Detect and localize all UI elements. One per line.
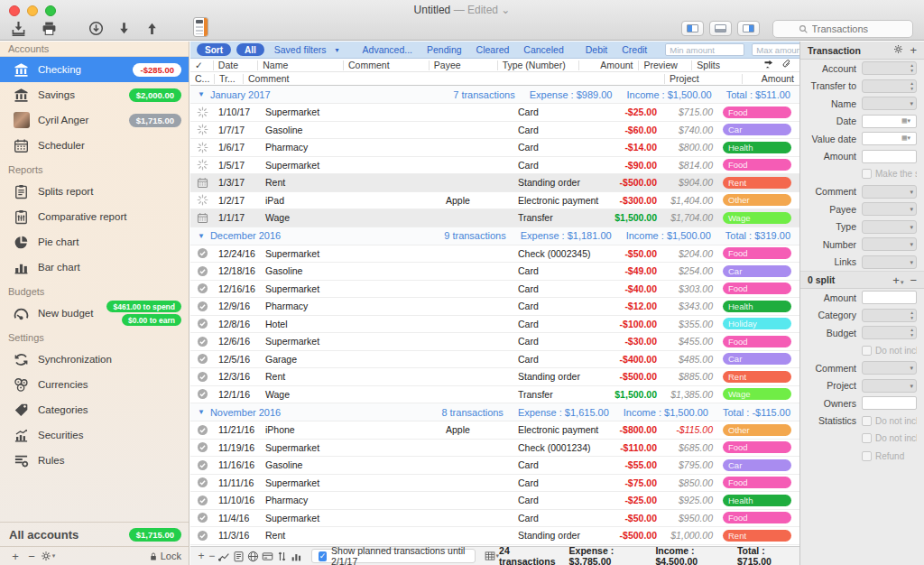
transaction-row[interactable]: 1/7/17GasolineCard-$60.00$740.00Car	[190, 122, 799, 140]
sidebar-item-cyril-anger[interactable]: Cyril Anger$1,715.00	[0, 107, 189, 133]
bar-chart-icon[interactable]	[290, 551, 304, 562]
calculator-app-icon[interactable]	[193, 17, 208, 37]
print-icon[interactable]	[40, 19, 58, 37]
transaction-row[interactable]: 11/10/16PharmacyCard-$25.00$925.00Health	[190, 492, 799, 510]
sidebar-item-comparative-report[interactable]: Comparative report	[0, 204, 189, 229]
transaction-row[interactable]: 11/3/16RentStanding order-$500.00$1,000.…	[190, 527, 799, 545]
disclosure-triangle-icon[interactable]: ▼	[198, 90, 205, 98]
sidebar-item-rules[interactable]: Rules	[0, 448, 189, 473]
column-header-tr[interactable]: Tr...	[214, 74, 243, 84]
toggle-sidebar-button[interactable]	[681, 21, 704, 36]
transaction-row[interactable]: 1/5/17SupermarketCard-$90.00$814.00Food	[190, 157, 799, 175]
transaction-row[interactable]: 12/1/16WageTransfer$1,500.00$1,385.00Wag…	[190, 386, 799, 404]
toggle-bottom-panel-button[interactable]	[709, 21, 732, 36]
transaction-row[interactable]: 12/8/16HotelCard-$100.00$355.00Holiday	[190, 316, 799, 334]
transaction-field-transfer-to[interactable]: ▴▾	[862, 79, 917, 93]
transaction-row[interactable]: 12/24/16SupermarketCheck (0002345)-$50.0…	[190, 245, 799, 264]
split-do-not-include-w[interactable]: Do not include w...	[862, 433, 917, 443]
min-amount-input[interactable]	[665, 43, 744, 56]
transaction-row[interactable]: 11/21/16iPhoneAppleElectronic payment-$8…	[190, 421, 799, 440]
sidebar-item-scheduler[interactable]: Scheduler	[0, 133, 189, 158]
column-header-amount[interactable]: Amount	[578, 60, 639, 70]
transaction-field-type[interactable]: ▾	[862, 220, 917, 234]
transaction-row[interactable]: 11/11/16SupermarketCard-$75.00$850.00Foo…	[190, 475, 799, 493]
lock-button[interactable]: Lock	[149, 551, 181, 561]
search-field[interactable]	[772, 20, 913, 38]
filter-credit-button[interactable]: Credit	[622, 44, 647, 55]
sort-button[interactable]: Sort	[197, 43, 231, 56]
transaction-row[interactable]: 11/16/16GasolineCard-$55.00$795.00Car	[190, 457, 799, 475]
transaction-row[interactable]: 1/10/17SupermarketCard-$25.00$715.00Food	[190, 104, 799, 122]
filter-debit-button[interactable]: Debit	[586, 44, 608, 55]
column-header-comment[interactable]: Comment	[243, 74, 664, 84]
line-chart-icon[interactable]	[217, 551, 232, 562]
transaction-field-links[interactable]: ▾	[862, 255, 917, 269]
column-header-project[interactable]: Project	[664, 74, 742, 84]
gear-icon[interactable]: ▾	[40, 551, 56, 561]
chevron-down-icon[interactable]: ▾	[336, 46, 339, 54]
column-header-type-number[interactable]: Type (Number)	[497, 60, 578, 70]
sidebar-item-synchronization[interactable]: Synchronization	[0, 347, 189, 372]
column-header-date[interactable]: Date	[213, 60, 257, 70]
transaction-row[interactable]: 1/2/17iPadAppleElectronic payment-$300.0…	[190, 192, 799, 210]
transaction-row[interactable]: 12/18/16GasolineCard-$49.00$254.00Car	[190, 263, 799, 281]
search-input[interactable]	[812, 23, 888, 34]
remove-account-button[interactable]: −	[23, 550, 40, 563]
toggle-inspector-button[interactable]	[737, 21, 760, 36]
transaction-make-the-sum-of[interactable]: Make the sum of...	[862, 169, 917, 179]
add-account-button[interactable]: +	[7, 550, 23, 563]
show-planned-checkbox[interactable]: ✓ Show planned transactions until 2/1/17	[311, 549, 476, 563]
transaction-field-value-date[interactable]: ▦▾	[862, 132, 917, 145]
disclosure-triangle-icon[interactable]: ▼	[198, 408, 205, 416]
split-field-project[interactable]: ▾	[862, 379, 917, 393]
split-field-category[interactable]: ▴▾	[862, 309, 917, 322]
split-refund[interactable]: Refund	[862, 451, 917, 461]
column-header-amount[interactable]: Amount	[742, 74, 799, 84]
globe-icon[interactable]	[246, 551, 261, 562]
group-header-december-2016[interactable]: ▼December 20169 transactionsExpense : $1…	[190, 227, 799, 245]
column-header-c[interactable]: C...	[190, 74, 214, 84]
transaction-field-payee[interactable]: ▾	[862, 202, 917, 216]
column-header-preview[interactable]: Preview	[638, 60, 691, 70]
sidebar-item-bar-chart[interactable]: Bar chart	[0, 255, 189, 280]
filter-canceled-button[interactable]: Canceled	[523, 44, 563, 55]
transaction-field-comment[interactable]: ▾	[862, 185, 917, 199]
filter-pending-button[interactable]: Pending	[427, 44, 462, 55]
advanced-filter-button[interactable]: Advanced...	[363, 44, 412, 55]
sidebar-item-splits-report[interactable]: Splits report	[0, 179, 189, 204]
column-header-[interactable]: ✓	[190, 60, 213, 70]
add-transaction-panel-button[interactable]: +	[910, 43, 917, 57]
split-field-owners[interactable]	[862, 396, 917, 410]
sidebar-item-checking[interactable]: Checking-$285.00	[0, 57, 189, 82]
split-field-budget[interactable]: ▴▾	[862, 326, 917, 339]
transaction-row[interactable]: 1/1/17WageTransfer$1,500.00$1,704.00Wage	[190, 209, 799, 227]
sidebar-item-currencies[interactable]: Currencies	[0, 372, 189, 397]
report-icon[interactable]	[232, 551, 246, 562]
filter-cleared-button[interactable]: Cleared	[476, 44, 510, 55]
transaction-row[interactable]: 12/16/16SupermarketCard-$40.00$303.00Foo…	[190, 281, 799, 299]
split-do-not-include-in[interactable]: Do not include in...	[862, 346, 917, 356]
add-transaction-button[interactable]: +	[196, 550, 207, 562]
all-accounts-row[interactable]: All accounts $1,715.00	[0, 522, 189, 546]
transaction-row[interactable]: 12/3/16RentStanding order-$500.00$885.00…	[190, 368, 799, 386]
transaction-row[interactable]: 12/9/16PharmacyCard-$12.00$343.00Health	[190, 298, 799, 316]
split-field-comment[interactable]: ▾	[862, 361, 917, 375]
transaction-row[interactable]: 1/3/17RentStanding order-$500.00$904.00R…	[190, 174, 799, 192]
transaction-row[interactable]: 11/19/16SupermarketCheck (0001234)-$110.…	[190, 440, 799, 458]
column-header-comment[interactable]: Comment	[343, 60, 429, 70]
download-circle-icon[interactable]	[87, 19, 105, 37]
group-header-january-2017[interactable]: ▼January 20177 transactionsExpense : $98…	[190, 86, 799, 104]
transaction-field-account[interactable]: ▴▾	[862, 61, 917, 75]
sidebar-item-pie-chart[interactable]: Pie chart	[0, 229, 189, 255]
transaction-row[interactable]: 11/4/16SupermarketCard-$50.00$950.00Food	[190, 510, 799, 528]
export-icon[interactable]	[9, 19, 27, 37]
sidebar-item-new-budget[interactable]: New budget$461.00 to spend$0.00 to earn	[0, 301, 189, 326]
column-header-name[interactable]: Name	[257, 60, 343, 70]
gear-icon[interactable]	[893, 44, 903, 56]
transaction-row[interactable]: 12/5/16GarageCard-$400.00$485.00Car	[190, 351, 799, 369]
saved-filters-dropdown[interactable]: Saved filters	[274, 44, 327, 55]
transaction-row[interactable]: 12/6/16SupermarketCard-$30.00$455.00Food	[190, 333, 799, 351]
sidebar-item-savings[interactable]: Savings$2,000.00	[0, 82, 189, 107]
column-header-payee[interactable]: Payee	[429, 60, 497, 70]
disclosure-triangle-icon[interactable]: ▼	[198, 232, 205, 240]
